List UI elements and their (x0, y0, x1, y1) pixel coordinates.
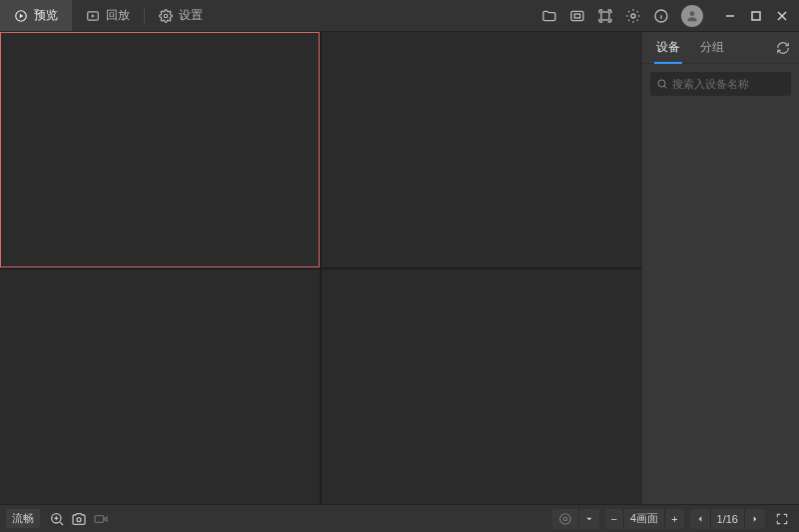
svg-rect-3 (571, 11, 583, 20)
video-cell-3[interactable] (0, 269, 320, 505)
svg-point-8 (690, 11, 695, 16)
close-button[interactable] (775, 9, 789, 23)
tab-preview[interactable]: 预览 (0, 0, 72, 31)
layout-group: − 4画面 + (605, 509, 684, 529)
camera-snapshot-icon[interactable] (68, 509, 90, 529)
page-group: 1/16 (690, 509, 765, 529)
layout-increase[interactable]: + (665, 509, 683, 529)
user-avatar[interactable] (681, 5, 703, 27)
svg-point-19 (77, 517, 81, 521)
svg-point-2 (164, 14, 168, 18)
capture-icon[interactable] (597, 8, 613, 24)
side-tab-devices[interactable]: 设备 (646, 32, 690, 63)
video-cell-1[interactable] (0, 32, 320, 267)
tab-label: 设置 (179, 7, 203, 24)
info-icon[interactable] (653, 8, 669, 24)
svg-rect-10 (752, 12, 760, 20)
play-circle-icon (14, 9, 28, 23)
main-area: 设备 分组 (0, 32, 799, 504)
ptz-button[interactable] (552, 509, 579, 529)
video-cell-4[interactable] (322, 269, 641, 505)
titlebar-actions (541, 5, 799, 27)
playback-icon (86, 9, 100, 23)
quality-label: 流畅 (12, 511, 34, 526)
tab-label: 回放 (106, 7, 130, 24)
tab-label: 预览 (34, 7, 58, 24)
device-search[interactable] (650, 72, 791, 96)
app-root: 预览 回放 设置 (0, 0, 799, 532)
svg-line-14 (664, 86, 666, 88)
titlebar: 预览 回放 设置 (0, 0, 799, 32)
video-grid-viewer (0, 32, 641, 504)
ptz-group (552, 509, 599, 529)
svg-rect-20 (95, 515, 104, 522)
page-prev[interactable] (690, 509, 711, 529)
window-controls (723, 9, 789, 23)
svg-rect-4 (574, 14, 579, 18)
zoom-icon[interactable] (46, 509, 68, 529)
quality-button[interactable]: 流畅 (6, 509, 40, 528)
screenshot-icon[interactable] (569, 8, 585, 24)
tab-playback[interactable]: 回放 (72, 0, 144, 31)
search-icon (656, 78, 668, 90)
record-icon[interactable] (90, 509, 112, 529)
fullscreen-icon[interactable] (771, 509, 793, 529)
svg-line-16 (60, 522, 63, 525)
settings-gear-icon[interactable] (625, 8, 641, 24)
refresh-icon[interactable] (775, 40, 791, 56)
svg-point-13 (658, 80, 665, 87)
page-next[interactable] (745, 509, 765, 529)
side-panel-tabs: 设备 分组 (642, 32, 799, 64)
svg-point-22 (563, 517, 567, 521)
ptz-dropdown[interactable] (579, 509, 599, 529)
folder-icon[interactable] (541, 8, 557, 24)
main-tabs: 预览 回放 设置 (0, 0, 217, 31)
svg-point-6 (631, 14, 635, 18)
bottom-toolbar: 流畅 − 4画面 + 1/16 (0, 504, 799, 532)
side-tab-groups[interactable]: 分组 (690, 32, 734, 63)
layout-label: 4画面 (624, 509, 665, 529)
side-tab-label: 设备 (656, 39, 680, 56)
svg-point-21 (559, 513, 570, 524)
svg-rect-5 (601, 12, 609, 20)
search-input[interactable] (672, 78, 799, 90)
side-tab-label: 分组 (700, 39, 724, 56)
tab-settings[interactable]: 设置 (145, 0, 217, 31)
search-wrap (642, 64, 799, 104)
minimize-button[interactable] (723, 9, 737, 23)
page-label: 1/16 (711, 509, 745, 529)
maximize-button[interactable] (749, 9, 763, 23)
side-panel: 设备 分组 (641, 32, 799, 504)
layout-decrease[interactable]: − (605, 509, 624, 529)
video-cell-2[interactable] (322, 32, 641, 267)
gear-icon (159, 9, 173, 23)
video-grid (0, 32, 641, 504)
